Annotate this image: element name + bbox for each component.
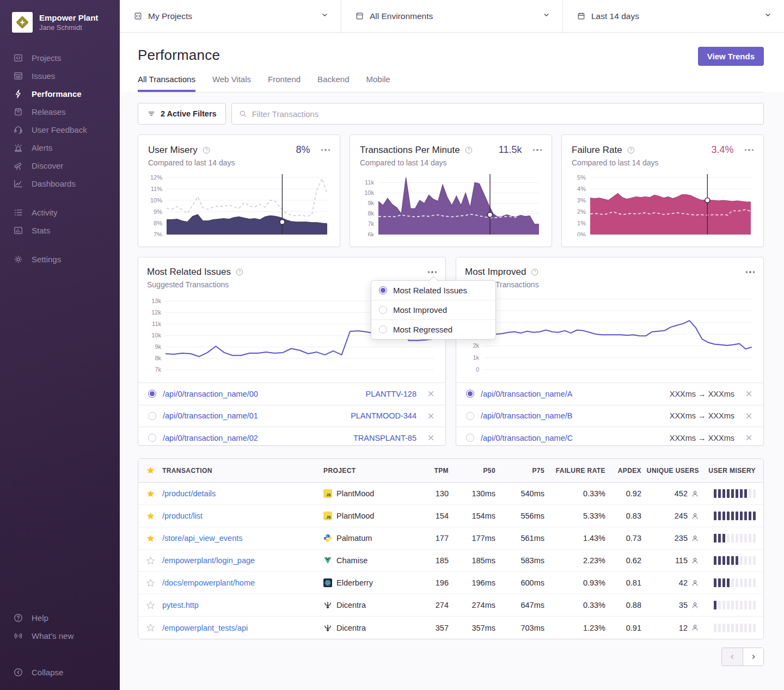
sidebar-item-issues[interactable]: Issues — [0, 67, 120, 85]
sidebar-item-discover[interactable]: Discover — [0, 157, 120, 175]
star-toggle[interactable] — [138, 578, 162, 588]
column-header-transaction[interactable]: TRANSACTION — [162, 467, 323, 475]
tab-web-vitals[interactable]: Web Vitals — [212, 75, 251, 92]
sidebar-item-performance[interactable]: Performance — [0, 85, 120, 103]
transaction-radio[interactable] — [148, 434, 156, 442]
sidebar-item-stats[interactable]: Stats — [0, 221, 120, 239]
svg-text:7k: 7k — [367, 220, 374, 227]
menu-item-most-related-issues[interactable]: Most Related Issues — [371, 281, 495, 300]
failure-rate-chart[interactable]: 5%4%3%2%1%0% — [572, 173, 754, 236]
sidebar-item-settings[interactable]: Settings — [0, 250, 120, 268]
transaction-radio[interactable] — [148, 412, 156, 420]
next-page-button[interactable] — [743, 648, 763, 666]
question-icon[interactable] — [627, 146, 635, 155]
issue-tag-link[interactable]: PLANTTV-128 — [366, 390, 417, 398]
sidebar-item-dashboards[interactable]: Dashboards — [0, 175, 120, 193]
star-toggle[interactable] — [138, 512, 162, 521]
project-selector[interactable]: My Projects — [120, 0, 341, 32]
project-name: Chamise — [336, 556, 367, 565]
column-header-unique-users[interactable]: UNIQUE USERS — [641, 467, 699, 475]
question-icon[interactable] — [530, 268, 539, 276]
transaction-link[interactable]: /product/list — [162, 512, 323, 520]
transaction-link[interactable]: /api/0/transaction_name/B — [481, 411, 663, 420]
transaction-link[interactable]: /api/0/transaction_name/00 — [163, 390, 359, 398]
star-toggle[interactable] — [138, 601, 162, 610]
most-improved-chart[interactable]: 6k5k4k3k2k1k0 — [465, 294, 755, 377]
transaction-link[interactable]: /empowerplant_tests/api — [162, 624, 323, 632]
sidebar-item-collapse[interactable]: Collapse — [0, 663, 120, 681]
star-toggle[interactable] — [138, 534, 162, 543]
issue-tag-link[interactable]: TRANSPLANT-85 — [353, 434, 416, 442]
transaction-radio[interactable] — [466, 390, 474, 398]
org-switcher[interactable]: Empower Plant Jane Schmidt — [0, 0, 120, 38]
menu-radio[interactable] — [379, 325, 387, 334]
sidebar-item-activity[interactable]: Activity — [0, 204, 120, 221]
transactions-per-minute-chart[interactable]: 11k10k9k8k7k6k — [360, 173, 542, 236]
sidebar-item-help[interactable]: Help — [0, 609, 120, 627]
failure-rate-value: 5.33% — [544, 512, 605, 520]
close-icon[interactable] — [426, 411, 436, 421]
close-icon[interactable] — [426, 389, 436, 398]
stat-card-menu-button[interactable] — [533, 147, 542, 153]
close-icon[interactable] — [744, 389, 754, 398]
view-trends-button[interactable]: View Trends — [698, 47, 764, 66]
question-icon[interactable] — [464, 146, 473, 155]
user-misery-chart[interactable]: 12%11%10%9%8%7% — [148, 173, 330, 236]
close-icon[interactable] — [744, 411, 754, 421]
sidebar-item-projects[interactable]: Projects — [0, 49, 120, 67]
transaction-link[interactable]: /api/0/transaction_name/01 — [163, 411, 344, 420]
sidebar-item-alerts[interactable]: Alerts — [0, 139, 120, 157]
question-icon[interactable] — [202, 146, 211, 155]
star-toggle[interactable] — [138, 623, 162, 632]
transaction-link[interactable]: /api/0/transaction_name/A — [481, 390, 663, 398]
transaction-radio[interactable] — [466, 412, 474, 420]
column-header-p75[interactable]: P75 — [495, 467, 544, 475]
sidebar-item-label: Alerts — [32, 143, 52, 152]
column-header-failure-rate[interactable]: FAILURE RATE — [544, 467, 605, 475]
environment-selector[interactable]: All Environments — [341, 0, 563, 32]
star-icon — [146, 578, 155, 588]
active-filters-button[interactable]: 2 Active Filters — [138, 103, 226, 125]
column-header-project[interactable]: PROJECT — [323, 467, 415, 475]
stat-card-menu-button[interactable] — [745, 147, 754, 153]
transaction-link[interactable]: /docs/empowerplant/home — [162, 578, 323, 587]
menu-radio[interactable] — [379, 306, 387, 314]
tab-all-transactions[interactable]: All Transactions — [138, 75, 195, 92]
unique-users-cell: 35 — [641, 601, 699, 609]
close-icon[interactable] — [744, 433, 754, 442]
widget-menu-button[interactable] — [428, 269, 437, 275]
stat-card-menu-button[interactable] — [321, 147, 330, 153]
svg-text:7k: 7k — [155, 366, 161, 373]
transaction-link[interactable]: pytest.http — [162, 601, 323, 609]
tab-frontend[interactable]: Frontend — [268, 75, 301, 92]
transaction-link[interactable]: /product/details — [162, 489, 323, 498]
menu-radio[interactable] — [379, 286, 387, 294]
sidebar-item-user-feedback[interactable]: User Feedback — [0, 121, 120, 139]
sidebar-item-what-s-new[interactable]: What’s new — [0, 627, 120, 645]
transaction-link[interactable]: /api/0/transaction_name/C — [481, 434, 663, 442]
widget-menu-button[interactable] — [746, 269, 755, 275]
menu-item-most-regressed[interactable]: Most Regressed — [371, 319, 495, 339]
transaction-radio[interactable] — [466, 434, 474, 442]
date-range-selector[interactable]: Last 14 days — [563, 0, 784, 32]
column-header-tpm[interactable]: TPM — [415, 467, 449, 475]
star-toggle[interactable] — [138, 489, 162, 498]
question-icon[interactable] — [235, 268, 244, 276]
tab-backend[interactable]: Backend — [317, 75, 349, 92]
column-header-p50[interactable]: P50 — [449, 467, 495, 475]
transaction-link[interactable]: /empowerplant/login_page — [162, 556, 323, 565]
column-header-apdex[interactable]: APDEX — [605, 467, 641, 475]
search-input[interactable] — [252, 109, 757, 119]
project-selector-label: My Projects — [148, 11, 315, 21]
close-icon[interactable] — [426, 433, 436, 442]
tab-mobile[interactable]: Mobile — [366, 75, 390, 92]
column-header-user-misery[interactable]: USER MISERY — [699, 467, 763, 475]
sidebar-item-releases[interactable]: Releases — [0, 103, 120, 121]
issue-tag-link[interactable]: PLANTMOOD-344 — [351, 411, 416, 420]
transaction-radio[interactable] — [148, 390, 156, 398]
transaction-link[interactable]: /api/0/transaction_name/02 — [163, 434, 347, 442]
prev-page-button[interactable] — [722, 648, 743, 666]
star-toggle[interactable] — [138, 556, 162, 565]
transaction-link[interactable]: /store/api_view_events — [162, 534, 323, 543]
menu-item-most-improved[interactable]: Most Improved — [371, 300, 495, 319]
